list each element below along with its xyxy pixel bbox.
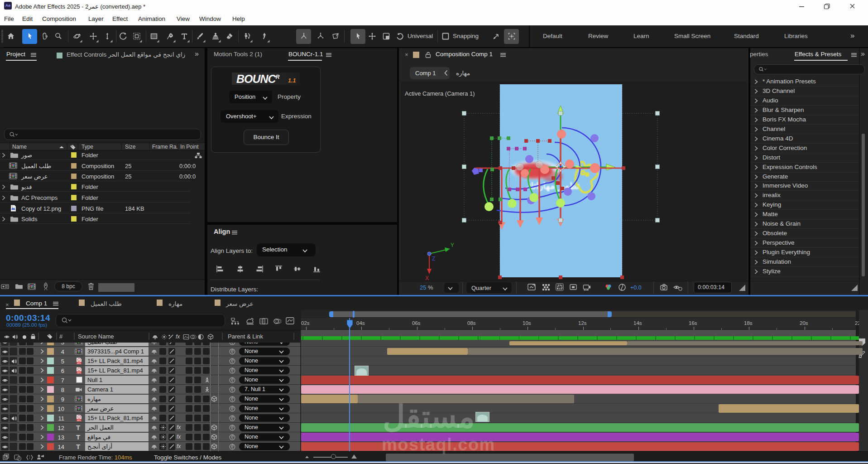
svg-text:Y: Y (451, 242, 454, 248)
svg-text:MP4: MP4 (77, 362, 81, 364)
svg-text:MP4: MP4 (77, 372, 81, 374)
svg-text:Z: Z (432, 256, 435, 262)
svg-text:X: X (425, 275, 429, 281)
svg-text:MP4: MP4 (77, 420, 81, 421)
